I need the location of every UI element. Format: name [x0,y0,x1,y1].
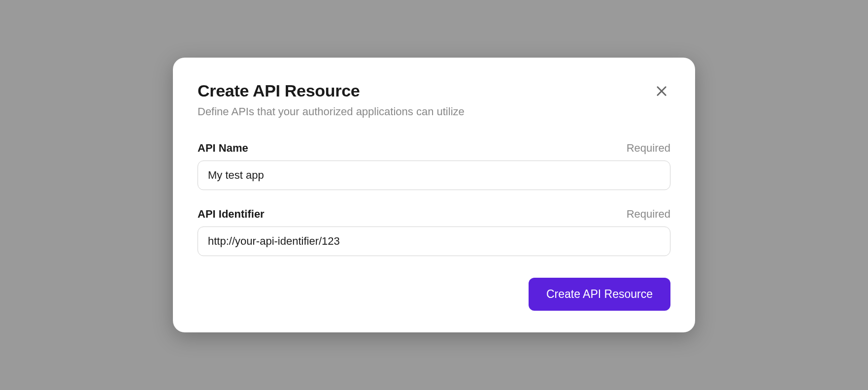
modal-subtitle: Define APIs that your authorized applica… [198,105,653,118]
modal-title: Create API Resource [198,81,653,100]
close-icon [655,84,668,98]
create-api-resource-button[interactable]: Create API Resource [529,278,670,311]
modal-header-text: Create API Resource Define APIs that you… [198,81,653,118]
api-identifier-field-group: API Identifier Required [198,208,670,256]
api-identifier-required: Required [627,208,670,221]
api-identifier-label: API Identifier [198,208,265,221]
api-identifier-label-row: API Identifier Required [198,208,670,221]
api-name-field-group: API Name Required [198,142,670,190]
modal-header: Create API Resource Define APIs that you… [198,81,670,118]
create-api-resource-modal: Create API Resource Define APIs that you… [173,58,695,332]
api-identifier-input[interactable] [198,227,670,256]
api-name-required: Required [627,142,670,155]
api-name-label: API Name [198,142,248,155]
api-name-label-row: API Name Required [198,142,670,155]
modal-footer: Create API Resource [198,278,670,311]
close-button[interactable] [653,82,670,100]
api-name-input[interactable] [198,161,670,190]
